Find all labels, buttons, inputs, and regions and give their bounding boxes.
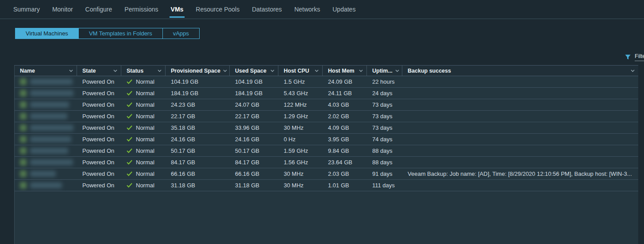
- mem-cell: 4.03 GB: [323, 99, 367, 110]
- backup-cell: [402, 157, 638, 168]
- vm-name-cell[interactable]: [15, 111, 77, 122]
- chevron-down-icon[interactable]: [158, 70, 162, 72]
- used-cell: 33.96 GB: [230, 122, 278, 133]
- vm-name-cell[interactable]: [15, 168, 77, 179]
- cpu-cell: 30 MHz: [278, 180, 323, 191]
- tab-permissions[interactable]: Permissions: [124, 0, 158, 19]
- mem-cell: 24.09 GB: [323, 76, 367, 87]
- tab-monitor[interactable]: Monitor: [52, 0, 73, 19]
- vm-name-redacted: [30, 148, 68, 154]
- vm-name-cell[interactable]: [15, 99, 77, 110]
- table-row[interactable]: Powered OnNormal66.16 GB66.16 GB30 MHz2.…: [15, 168, 638, 180]
- chevron-down-icon[interactable]: [359, 70, 363, 72]
- tab-vms[interactable]: VMs: [171, 0, 184, 19]
- table-row[interactable]: Powered OnNormal50.17 GB50.17 GB1.59 GHz…: [15, 145, 638, 157]
- backup-cell: [402, 88, 638, 99]
- chevron-down-icon[interactable]: [315, 70, 319, 72]
- tab-summary[interactable]: Summary: [13, 0, 40, 19]
- uptime-cell: 91 days: [367, 168, 402, 179]
- state-cell: Powered On: [77, 168, 121, 179]
- table-row[interactable]: Powered OnNormal104.19 GB104.19 GB1.5 GH…: [15, 76, 638, 88]
- vm-name-cell[interactable]: [15, 88, 77, 99]
- filter-funnel-icon[interactable]: [625, 54, 631, 60]
- status-ok-check-icon: [127, 183, 132, 188]
- vm-name-redacted: [30, 90, 73, 96]
- tab-datastores[interactable]: Datastores: [252, 0, 282, 19]
- filter-control[interactable]: Filter: [625, 53, 644, 61]
- vm-name-cell[interactable]: [15, 145, 77, 156]
- vm-name-redacted: [30, 113, 67, 119]
- tab-configure[interactable]: Configure: [85, 0, 112, 19]
- status-cell: Normal: [121, 76, 166, 87]
- column-header-backup-success[interactable]: Backup success: [402, 66, 638, 76]
- status-text: Normal: [136, 147, 154, 154]
- state-cell: Powered On: [77, 122, 121, 133]
- status-cell: Normal: [121, 99, 166, 110]
- tab-resource-pools[interactable]: Resource Pools: [196, 0, 239, 19]
- table-row[interactable]: Powered OnNormal22.17 GB22.17 GB1.29 GHz…: [15, 111, 638, 122]
- chevron-down-icon[interactable]: [113, 70, 117, 72]
- column-header-status[interactable]: Status: [121, 66, 166, 76]
- uptime-cell: 73 days: [367, 122, 402, 133]
- status-text: Normal: [136, 101, 154, 108]
- chevron-down-icon[interactable]: [270, 70, 274, 72]
- cpu-cell: 30 MHz: [278, 168, 323, 179]
- vm-name-cell[interactable]: [15, 180, 77, 191]
- status-cell: Normal: [121, 168, 166, 179]
- mem-cell: 1.01 GB: [323, 180, 367, 191]
- tab-networks[interactable]: Networks: [294, 0, 320, 19]
- subtab-vapps[interactable]: vApps: [162, 28, 200, 39]
- chevron-down-icon[interactable]: [223, 70, 227, 72]
- provisioned-cell: 84.17 GB: [166, 157, 230, 168]
- provisioned-cell: 31.18 GB: [166, 180, 230, 191]
- status-text: Normal: [136, 113, 154, 120]
- vm-name-cell[interactable]: [15, 157, 77, 168]
- column-header-state[interactable]: State: [77, 66, 121, 76]
- status-cell: Normal: [121, 134, 166, 145]
- column-label: Used Space: [235, 68, 266, 74]
- tab-updates[interactable]: Updates: [332, 0, 355, 19]
- status-ok-check-icon: [127, 137, 132, 142]
- table-row[interactable]: Powered OnNormal24.16 GB24.16 GB0 Hz3.95…: [15, 134, 638, 145]
- status-cell: Normal: [121, 88, 166, 99]
- subtab-vm-templates-in-folders[interactable]: VM Templates in Folders: [78, 28, 163, 39]
- column-header-host-mem[interactable]: Host Mem: [323, 66, 367, 76]
- table-row[interactable]: Powered OnNormal24.23 GB24.07 GB122 MHz4…: [15, 99, 638, 111]
- state-cell: Powered On: [77, 76, 121, 87]
- table-header-row: NameStateStatusProvisioned SpaceUsed Spa…: [15, 66, 638, 76]
- vm-icon: [20, 78, 27, 85]
- uptime-cell: 74 days: [367, 134, 402, 145]
- table-row[interactable]: Powered OnNormal35.18 GB33.96 GB30 MHz4.…: [15, 122, 638, 134]
- provisioned-cell: 66.16 GB: [166, 168, 230, 179]
- column-header-uptim[interactable]: Uptim...: [367, 66, 402, 76]
- cpu-cell: 1.59 GHz: [278, 145, 323, 156]
- chevron-down-icon[interactable]: [69, 70, 73, 72]
- status-cell: Normal: [121, 180, 166, 191]
- subtab-virtual-machines[interactable]: Virtual Machines: [15, 28, 79, 39]
- vm-icon: [20, 170, 27, 177]
- column-label: Backup success: [408, 68, 451, 74]
- vm-name-cell[interactable]: [15, 122, 77, 133]
- mem-cell: 2.02 GB: [323, 111, 367, 122]
- vm-name-redacted: [30, 171, 56, 177]
- chevron-down-icon[interactable]: [631, 70, 635, 72]
- used-cell: 104.19 GB: [230, 76, 278, 87]
- table-row[interactable]: Powered OnNormal31.18 GB31.18 GB30 MHz1.…: [15, 180, 638, 191]
- table-row[interactable]: Powered OnNormal84.17 GB84.17 GB1.56 GHz…: [15, 157, 638, 168]
- vm-icon: [20, 159, 27, 166]
- column-header-host-cpu[interactable]: Host CPU: [278, 66, 323, 76]
- table-row[interactable]: Powered OnNormal184.19 GB184.19 GB5.43 G…: [15, 88, 638, 99]
- vm-name-cell[interactable]: [15, 134, 77, 145]
- status-ok-check-icon: [127, 114, 132, 119]
- used-cell: 24.07 GB: [230, 99, 278, 110]
- column-header-provisioned-space[interactable]: Provisioned Space: [166, 66, 230, 76]
- column-header-used-space[interactable]: Used Space: [230, 66, 278, 76]
- vm-name-cell[interactable]: [15, 76, 77, 87]
- column-label: State: [82, 68, 96, 74]
- status-cell: Normal: [121, 157, 166, 168]
- filter-input[interactable]: Filter: [635, 53, 644, 61]
- provisioned-cell: 24.16 GB: [166, 134, 230, 145]
- column-header-name[interactable]: Name: [15, 66, 77, 76]
- chevron-down-icon[interactable]: [395, 70, 399, 72]
- state-cell: Powered On: [77, 99, 121, 110]
